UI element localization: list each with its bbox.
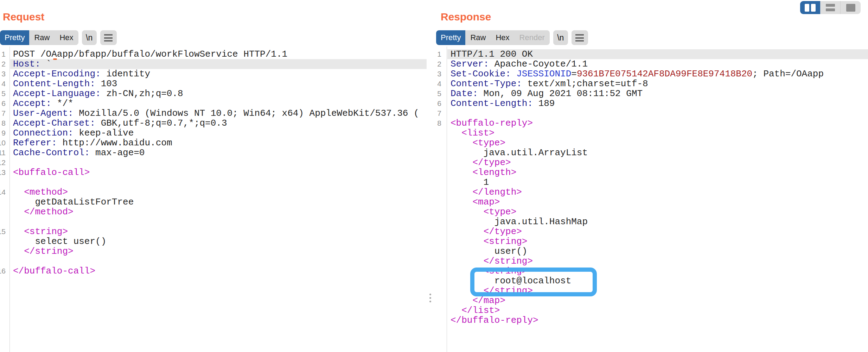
underline-marker (53, 58, 57, 60)
splitter-dot (429, 297, 431, 299)
code-line (0, 256, 427, 266)
code-line: <string> (436, 266, 868, 276)
request-editor-menu-button[interactable] (100, 30, 117, 45)
line-number: 12 (0, 158, 6, 168)
code-line: </method> (0, 207, 427, 217)
line-number (0, 246, 6, 256)
code-line: </string> (436, 286, 868, 296)
code-line: 1POST /OAapp/bfapp/buffalo/workFlowServi… (0, 49, 427, 59)
line-number (436, 227, 441, 237)
code-line: 14 <method> (0, 187, 427, 197)
line-number: 4 (0, 79, 6, 89)
line-number (436, 286, 441, 296)
response-title: Response (441, 11, 491, 23)
split-columns-view-button[interactable] (800, 1, 820, 14)
line-number: 7 (436, 108, 441, 118)
line-number (436, 187, 441, 197)
line-number (436, 246, 441, 256)
code-line: java.util.HashMap (436, 217, 868, 227)
line-number: 4 (436, 79, 441, 89)
code-line: getDataListForTree (0, 197, 427, 207)
rows-layout-icon (826, 4, 835, 11)
request-tab-hex[interactable]: Hex (55, 30, 78, 45)
line-number: 6 (436, 99, 441, 108)
code-line: 1 (436, 177, 868, 187)
code-line: <type> (436, 207, 868, 217)
code-line: 2Server: Apache-Coyote/1.1 (436, 59, 868, 69)
line-number (436, 315, 441, 325)
line-number: 2 (0, 59, 6, 69)
response-tab-render[interactable]: Render (515, 30, 550, 45)
code-line: <type> (436, 138, 868, 148)
line-number (436, 128, 441, 138)
request-editor[interactable]: 1POST /OAapp/bfapp/buffalo/workFlowServi… (0, 49, 427, 276)
line-number: 5 (436, 89, 441, 99)
response-panel: Response Pretty Raw Hex Render \n 1HTTP/… (436, 0, 868, 352)
line-number: 15 (0, 227, 6, 237)
code-line: 3Accept-Encoding: identity (0, 69, 427, 79)
code-line: 15 <string> (0, 227, 427, 237)
line-number: 3 (0, 69, 6, 79)
response-tab-hex[interactable]: Hex (491, 30, 514, 45)
response-editor-menu-button[interactable] (572, 30, 588, 45)
line-number (0, 207, 6, 217)
columns-layout-icon (805, 4, 816, 12)
line-number (0, 256, 6, 266)
line-number (436, 197, 441, 207)
single-pane-icon (846, 4, 855, 12)
response-editor[interactable]: 1HTTP/1.1 200 OK2Server: Apache-Coyote/1… (436, 49, 868, 325)
code-line: 5Date: Mon, 09 Aug 2021 08:11:52 GMT (436, 89, 868, 99)
response-tab-group: Pretty Raw Hex Render (436, 30, 550, 45)
request-newline-toggle-button[interactable]: \n (82, 30, 97, 45)
line-number (436, 138, 441, 148)
code-line: </type> (436, 227, 868, 237)
hamburger-icon (104, 34, 113, 42)
line-number (0, 237, 6, 246)
splitter-dot (429, 294, 431, 295)
code-line: 2Host: ` (0, 59, 427, 69)
code-line: 10Referer: http://www.baidu.com (0, 138, 427, 148)
response-tab-raw[interactable]: Raw (465, 30, 491, 45)
line-number: 9 (0, 128, 6, 138)
response-newline-toggle-button[interactable]: \n (553, 30, 568, 45)
panel-splitter-handle[interactable] (429, 294, 432, 304)
request-tab-pretty[interactable]: Pretty (0, 30, 29, 45)
single-pane-view-button[interactable] (840, 1, 861, 14)
code-line: 4Content-Type: text/xml;charset=utf-8 (436, 79, 868, 89)
code-line: <string> (436, 237, 868, 246)
line-number (436, 237, 441, 246)
code-line: 6Accept: */* (0, 99, 427, 108)
line-number: 8 (436, 118, 441, 128)
code-line: </list> (436, 306, 868, 315)
request-panel: Request Pretty Raw Hex \n 1POST /OAapp/b… (0, 0, 427, 352)
request-tab-group: Pretty Raw Hex (0, 30, 78, 45)
line-number (436, 177, 441, 187)
splitter-dot (429, 301, 431, 302)
code-line: </type> (436, 158, 868, 168)
code-line: 3Set-Cookie: JSESSIONID=9361B7E075142AF8… (436, 69, 868, 79)
split-rows-view-button[interactable] (820, 1, 841, 14)
line-number (0, 177, 6, 187)
response-tab-pretty[interactable]: Pretty (436, 30, 465, 45)
code-line: <map> (436, 197, 868, 207)
line-number: 1 (0, 49, 6, 59)
code-line: 6Content-Length: 189 (436, 99, 868, 108)
code-line: <length> (436, 168, 868, 177)
line-number: 8 (0, 118, 6, 128)
line-number (436, 217, 441, 227)
line-number (436, 306, 441, 315)
code-line: </string> (436, 256, 868, 266)
request-tab-raw[interactable]: Raw (29, 30, 55, 45)
code-line: <list> (436, 128, 868, 138)
line-number (436, 168, 441, 177)
line-number (0, 217, 6, 227)
hamburger-icon (575, 34, 584, 42)
line-number (436, 207, 441, 217)
code-line: </string> (0, 246, 427, 256)
code-line: 13<buffalo-call> (0, 168, 427, 177)
line-number: 16 (0, 266, 6, 276)
code-line: 12 (0, 158, 427, 168)
line-number: 2 (436, 59, 441, 69)
line-number (436, 276, 441, 286)
code-line: </map> (436, 296, 868, 306)
